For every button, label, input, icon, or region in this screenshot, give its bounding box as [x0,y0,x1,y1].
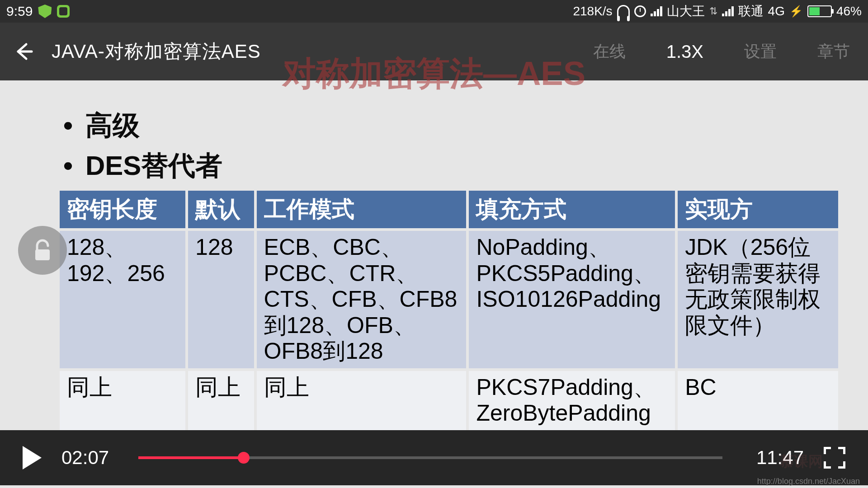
table-cell: ECB、CBC、PCBC、CTR、CTS、CFB、CFB8到128、OFB、OF… [257,231,467,368]
table-cell: 同上 [188,371,254,430]
table-row: 同上 同上 同上 PKCS7Padding、ZeroBytePadding BC [60,371,838,430]
table-header-mode: 工作模式 [257,191,467,228]
battery-percent: 46% [836,4,862,19]
carrier-1: 山大王 [667,3,705,20]
table-cell: 同上 [257,371,467,430]
progress-bar[interactable] [138,456,722,459]
current-time: 02:07 [61,447,116,469]
slide-bullet-2: DES替代者 [63,148,841,184]
play-button[interactable] [23,446,42,469]
table-cell: BC [678,371,838,430]
table-header-default: 默认 [188,191,254,228]
table-row: 128、192、256 128 ECB、CBC、PCBC、CTR、CTS、CFB… [60,231,838,368]
app-bar: JAVA-对称加密算法AES 在线 1.3X 设置 章节 [0,23,868,80]
aes-table: 密钥长度 默认 工作模式 填充方式 实现方 128、192、256 128 EC… [57,188,841,433]
app-status-icon [57,5,70,18]
svg-rect-1 [35,249,50,260]
table-cell: 同上 [60,371,185,430]
table-cell: PKCS7Padding、ZeroBytePadding [469,371,675,430]
status-bar: 9:59 218K/s 山大王 ⇅ 联通 4G ⚡ 46% [0,0,868,23]
table-cell: 128、192、256 [60,231,185,368]
alarm-icon [634,5,646,17]
fullscreen-button[interactable] [824,447,845,469]
blog-watermark: http://blog.csdn.net/JacXuan [757,477,860,486]
table-header-provider: 实现方 [678,191,838,228]
charging-icon: ⚡ [789,5,803,18]
headphone-icon [617,5,630,18]
network-type: 4G [768,4,785,19]
slide-bullet-1: 高级 [63,108,841,144]
playback-speed-button[interactable]: 1.3X [666,42,703,62]
carrier-2: 联通 [738,3,764,20]
video-content-area[interactable]: 对称加密算法—AES 高级 DES替代者 密钥长度 默认 工作模式 填充方式 实… [0,80,868,488]
chapter-button[interactable]: 章节 [817,41,850,63]
table-cell: JDK（256位密钥需要获得无政策限制权限文件） [678,231,838,368]
table-cell: NoPadding、PKCS5Padding、ISO10126Padding [469,231,675,368]
lock-screen-button[interactable] [18,226,67,275]
status-time: 9:59 [6,4,33,19]
progress-thumb[interactable] [238,452,250,464]
source-watermark: 慕课网 [779,452,823,472]
online-status-button[interactable]: 在线 [593,41,626,63]
table-header-padding: 填充方式 [469,191,675,228]
table-header-keylen: 密钥长度 [60,191,185,228]
table-cell: 128 [188,231,254,368]
signal-bars-2-icon [722,6,734,16]
settings-button[interactable]: 设置 [744,41,777,63]
shield-icon [38,5,52,18]
back-button[interactable] [14,42,33,61]
data-transfer-icon: ⇅ [709,5,717,17]
progress-fill [138,456,244,459]
player-controls: 02:07 11:47 [0,430,868,485]
video-title: JAVA-对称加密算法AES [52,39,261,64]
network-speed: 218K/s [573,4,612,19]
battery-icon [807,5,832,17]
signal-bars-1-icon [651,6,662,16]
